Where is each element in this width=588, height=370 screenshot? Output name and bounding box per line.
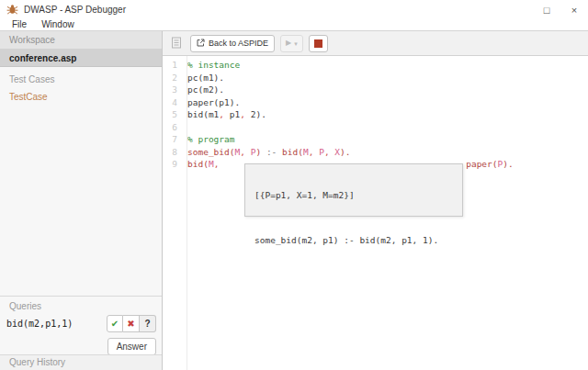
tooltip-substitution: [{P=p1, X=1, M=m2}] (254, 190, 453, 200)
question-icon: ? (144, 319, 150, 329)
line-number: 4 (163, 96, 182, 109)
testcases-header: Test Cases (0, 67, 162, 86)
query-row: bid(m2,p1,1) ✔ ✖ ? (0, 313, 162, 332)
code-line: 7% program (163, 133, 588, 146)
sidebar-item-conference-asp[interactable]: conference.asp (0, 50, 162, 67)
sidebar-item-testcase[interactable]: TestCase (0, 86, 162, 107)
query-history-header: Query History (0, 354, 162, 370)
menu-item-window[interactable]: Window (34, 19, 82, 30)
toolbar: Back to ASPIDE ▶ ▾ (163, 31, 588, 56)
content-area: Back to ASPIDE ▶ ▾ 1% instance2pc(m1).3p… (163, 31, 588, 370)
app-icon (6, 4, 18, 16)
code-editor[interactable]: 1% instance2pc(m1).3pc(m2).4paper(p1).5b… (163, 56, 588, 370)
sidebar: Workspace conference.asp Test Cases Test… (0, 31, 163, 370)
title-bar: DWASP - ASP Debugger □ × (0, 0, 588, 19)
window-title: DWASP - ASP Debugger (24, 5, 126, 15)
workspace-header: Workspace (0, 31, 162, 50)
menu-item-file[interactable]: File (5, 19, 34, 30)
file-icon-button[interactable] (168, 35, 185, 51)
stop-icon (314, 39, 322, 48)
chevron-down-icon: ▾ (294, 40, 298, 47)
queries-panel: Queries bid(m2,p1,1) ✔ ✖ ? Answer Query … (0, 296, 162, 370)
code-text: % instance (182, 59, 240, 72)
cross-icon: ✖ (127, 319, 134, 329)
code-text: pc(m2). (182, 84, 224, 96)
code-line: 1% instance (163, 59, 588, 72)
line-number: 3 (163, 84, 182, 96)
line-number: 6 (163, 121, 182, 134)
line-number: 5 (163, 108, 182, 121)
tooltip-ground-rule: some_bid(m2, p1) :- bid(m2, p1, 1). (254, 235, 453, 245)
code-line: 3pc(m2). (163, 84, 588, 96)
line-number: 1 (163, 59, 182, 72)
play-icon: ▶ (286, 39, 291, 47)
query-reject-button[interactable]: ✖ (123, 315, 140, 332)
line-number: 8 (163, 146, 182, 159)
line-number: 9 (163, 158, 182, 171)
queries-header: Queries (0, 297, 162, 313)
code-line: 5bid(m1, p1, 2). (163, 108, 588, 121)
back-to-aspide-button[interactable]: Back to ASPIDE (190, 35, 275, 52)
document-icon (171, 37, 182, 50)
code-line: 6 (163, 121, 588, 134)
line-number: 7 (163, 133, 182, 146)
query-accept-button[interactable]: ✔ (107, 315, 123, 332)
code-text: some_bid(M, P) :- bid(M, P, X). (182, 146, 351, 159)
window-controls: □ × (533, 0, 588, 19)
code-area: 1% instance2pc(m1).3pc(m2).4paper(p1).5b… (163, 59, 588, 171)
code-text: paper(p1). (182, 96, 240, 109)
debug-tooltip: [{P=p1, X=1, M=m2}] some_bid(m2, p1) :- … (244, 163, 463, 217)
back-to-aspide-label: Back to ASPIDE (209, 39, 268, 48)
main-area: Workspace conference.asp Test Cases Test… (0, 31, 588, 370)
answer-row: Answer (0, 332, 162, 355)
code-text: pc(m1). (182, 72, 224, 84)
query-help-button[interactable]: ? (140, 315, 156, 332)
check-icon: ✔ (111, 319, 119, 329)
external-link-icon (197, 39, 205, 49)
close-button[interactable]: × (560, 0, 588, 19)
code-line: 8some_bid(M, P) :- bid(M, P, X). (163, 146, 588, 159)
answer-button[interactable]: Answer (107, 338, 156, 355)
query-text: bid(m2,p1,1) (6, 319, 107, 329)
code-line: 4paper(p1). (163, 96, 588, 109)
menu-bar: File Window (0, 19, 588, 31)
code-text: % program (182, 133, 234, 146)
maximize-button[interactable]: □ (533, 0, 560, 19)
line-number: 2 (163, 72, 182, 84)
run-button-disabled[interactable]: ▶ ▾ (280, 35, 303, 52)
gutter-divider (187, 56, 187, 370)
code-text: bid(m1, p1, 2). (182, 108, 266, 121)
stop-button[interactable] (309, 35, 328, 52)
code-line: 2pc(m1). (163, 72, 588, 84)
query-button-group: ✔ ✖ ? (107, 315, 156, 332)
